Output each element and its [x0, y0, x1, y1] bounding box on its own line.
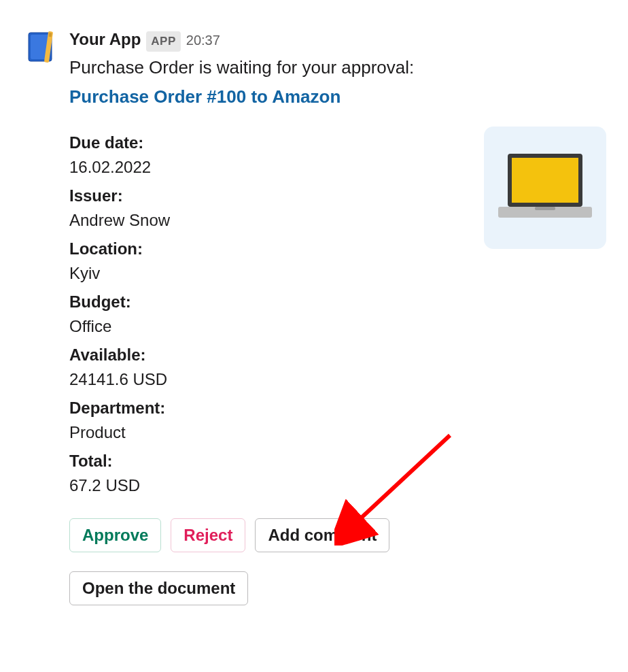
slack-message: Your App APP 20:37 Purchase Order is wai… — [22, 27, 606, 605]
add-comment-button[interactable]: Add comment — [255, 518, 389, 552]
budget-value: Office — [69, 314, 468, 339]
due-date-label: Due date: — [69, 131, 468, 155]
open-document-button[interactable]: Open the document — [69, 571, 248, 605]
svg-rect-7 — [535, 207, 555, 210]
issuer-value: Andrew Snow — [69, 208, 468, 233]
app-avatar — [22, 27, 60, 65]
app-badge: APP — [146, 31, 180, 52]
svg-rect-3 — [49, 33, 52, 37]
budget-label: Budget: — [69, 290, 468, 314]
location-value: Kyiv — [69, 261, 468, 286]
timestamp: 20:37 — [186, 30, 220, 50]
reject-button[interactable]: Reject — [171, 518, 245, 552]
department-label: Department: — [69, 396, 468, 420]
svg-rect-5 — [512, 158, 578, 203]
available-label: Available: — [69, 343, 468, 367]
intro-text: Purchase Order is waiting for your appro… — [69, 54, 606, 81]
item-thumbnail — [484, 127, 606, 249]
issuer-label: Issuer: — [69, 184, 468, 208]
message-header: Your App APP 20:37 — [69, 27, 606, 52]
total-label: Total: — [69, 449, 468, 473]
action-buttons: Approve Reject Add comment Open the docu… — [69, 518, 606, 605]
department-value: Product — [69, 420, 468, 445]
laptop-icon — [494, 147, 596, 229]
details-row: Due date: 16.02.2022 Issuer: Andrew Snow… — [69, 127, 606, 502]
due-date-value: 16.02.2022 — [69, 155, 468, 180]
purchase-order-link[interactable]: Purchase Order #100 to Amazon — [69, 84, 341, 110]
app-name: Your App — [69, 27, 141, 52]
details-fields: Due date: 16.02.2022 Issuer: Andrew Snow… — [69, 127, 468, 502]
available-value: 24141.6 USD — [69, 367, 468, 392]
message-body: Your App APP 20:37 Purchase Order is wai… — [69, 27, 606, 605]
approve-button[interactable]: Approve — [69, 518, 161, 552]
total-value: 67.2 USD — [69, 473, 468, 498]
location-label: Location: — [69, 237, 468, 261]
notebook-icon — [22, 27, 60, 65]
